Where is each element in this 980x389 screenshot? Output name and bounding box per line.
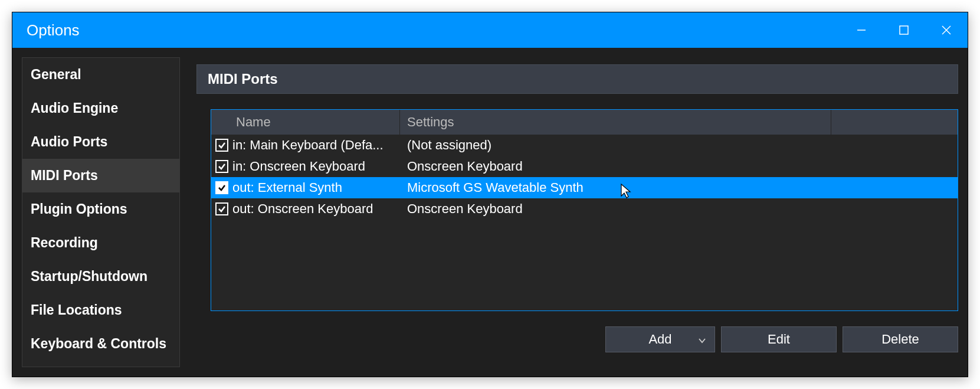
svg-rect-1 [900,26,908,34]
edit-button-label: Edit [768,332,790,347]
window-controls [840,12,968,48]
sidebar-item-plugin-options[interactable]: Plugin Options [22,192,179,226]
row-name: out: External Synth [232,180,400,195]
edit-button[interactable]: Edit [721,326,837,352]
window-title: Options [27,21,840,40]
row-checkbox[interactable] [211,139,232,152]
add-button[interactable]: Add [605,326,715,352]
col-check [211,110,232,135]
sidebar-item-file-locations[interactable]: File Locations [22,293,179,327]
minimize-button[interactable] [840,12,883,48]
sidebar-item-audio-engine[interactable]: Audio Engine [22,91,179,125]
row-settings: Onscreen Keyboard [400,201,958,217]
sidebar-item-general[interactable]: General [22,58,179,91]
table-row[interactable]: out: External Synth Microsoft GS Wavetab… [211,177,958,198]
main-panel: MIDI Ports Name Settings in: Main Keyboa… [196,57,958,367]
maximize-button[interactable] [883,12,925,48]
row-settings: Onscreen Keyboard [400,159,958,174]
table-row[interactable]: in: Main Keyboard (Defa... (Not assigned… [211,135,958,156]
delete-button-label: Delete [881,332,919,347]
sidebar-item-midi-ports[interactable]: MIDI Ports [22,159,179,192]
delete-button[interactable]: Delete [843,326,958,352]
row-checkbox[interactable] [211,160,232,173]
row-checkbox[interactable] [211,181,232,194]
col-settings[interactable]: Settings [400,110,831,135]
row-name: in: Main Keyboard (Defa... [232,138,400,153]
options-window: Options General Audio Engine Audio Ports… [12,12,968,377]
col-extra [831,110,958,135]
row-name: out: Onscreen Keyboard [232,201,400,217]
add-button-label: Add [648,332,671,347]
chevron-down-icon [698,332,706,347]
sidebar-item-startup-shutdown[interactable]: Startup/Shutdown [22,260,179,293]
table-header: Name Settings [211,110,958,135]
title-bar[interactable]: Options [12,12,968,48]
button-row: Add Edit Delete [211,326,958,352]
table-row[interactable]: out: Onscreen Keyboard Onscreen Keyboard [211,198,958,220]
section-header: MIDI Ports [196,64,958,94]
row-checkbox[interactable] [211,202,232,215]
row-settings: (Not assigned) [400,138,958,153]
col-name[interactable]: Name [232,110,400,135]
window-body: General Audio Engine Audio Ports MIDI Po… [12,48,968,377]
table-row[interactable]: in: Onscreen Keyboard Onscreen Keyboard [211,156,958,177]
sidebar-item-keyboard-controls[interactable]: Keyboard & Controls [22,327,179,361]
sidebar-item-audio-ports[interactable]: Audio Ports [22,125,179,159]
row-settings: Microsoft GS Wavetable Synth [400,180,958,195]
sidebar: General Audio Engine Audio Ports MIDI Po… [22,57,180,367]
close-button[interactable] [925,12,968,48]
midi-ports-table: Name Settings in: Main Keyboard (Defa...… [211,109,958,311]
row-name: in: Onscreen Keyboard [232,159,400,174]
sidebar-item-recording[interactable]: Recording [22,226,179,260]
